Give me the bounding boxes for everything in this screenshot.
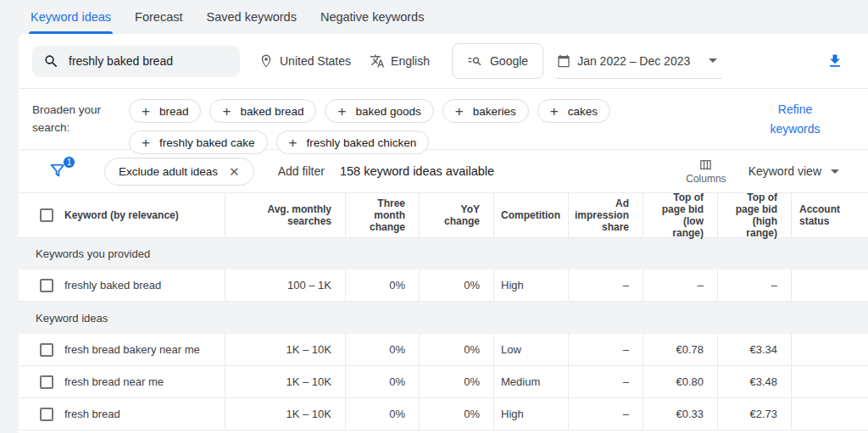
keyword-cell: fresh bread (64, 408, 120, 420)
header-avg-monthly-searches[interactable]: Avg. monthly searches (225, 193, 345, 237)
yoy-change-cell: 0% (419, 334, 493, 365)
dropdown-arrow-icon (709, 58, 717, 63)
ad-impression-share-cell: – (568, 334, 643, 365)
ad-impression-share-cell: – (568, 398, 643, 430)
header-label: Keyword (by relevance) (64, 209, 179, 221)
plus-icon: + (550, 104, 559, 119)
broaden-chip-baked-goods[interactable]: +baked goods (325, 99, 433, 123)
translate-icon (370, 53, 385, 69)
ad-impression-share-cell: – (568, 366, 643, 397)
filter-count-badge: 1 (63, 156, 75, 169)
view-selector-label: Keyword view (748, 164, 821, 178)
plus-icon: + (142, 136, 150, 150)
keyword-cell: freshly baked bread (64, 279, 161, 291)
header-three-month-change[interactable]: Three month change (345, 193, 419, 237)
tab-saved-keywords[interactable]: Saved keywords (195, 0, 309, 34)
add-filter-button[interactable]: Add filter (278, 164, 325, 178)
chip-label: freshly baked cake (159, 136, 255, 149)
competition-cell: High (493, 398, 568, 430)
avg-monthly-searches-cell: 100 – 1K (225, 269, 345, 301)
header-competition[interactable]: Competition (493, 193, 568, 237)
columns-label: Columns (686, 173, 726, 185)
results-count-text: 158 keyword ideas available (340, 164, 494, 178)
header-top-bid-high[interactable]: Top of page bid (high range) (717, 193, 791, 237)
search-value: freshly baked bread (69, 54, 173, 68)
date-range-value: Jan 2022 – Dec 2023 (577, 54, 690, 68)
row-checkbox[interactable] (40, 408, 53, 421)
header-ad-impression-share[interactable]: Ad impression share (568, 193, 643, 237)
tab-keyword-ideas[interactable]: Keyword ideas (19, 0, 123, 34)
select-all-checkbox[interactable] (40, 208, 53, 222)
search-icon (43, 53, 59, 69)
broaden-label: Broaden your search: (32, 99, 115, 139)
download-button[interactable] (826, 53, 843, 69)
top-bid-high-cell: €3.34 (717, 334, 791, 365)
row-checkbox[interactable] (40, 279, 53, 292)
top-bid-low-cell: €0.80 (643, 366, 717, 397)
plus-icon: + (337, 104, 346, 119)
broaden-chip-freshly-baked-chicken[interactable]: +freshly baked chicken (276, 130, 430, 154)
table-row: fresh bread bakery near me 1K – 10K 0% 0… (19, 334, 868, 366)
columns-button[interactable]: Columns (686, 158, 726, 185)
top-bid-high-cell: €2.73 (717, 398, 791, 430)
header-yoy-change[interactable]: YoY change (419, 193, 493, 237)
chip-label: freshly baked chicken (306, 136, 416, 149)
table-row: freshly baked bread 100 – 1K 0% 0% High … (19, 269, 868, 302)
active-filter-chip[interactable]: Exclude adult ideas ✕ (104, 158, 254, 186)
top-bid-low-cell: – (643, 269, 717, 301)
broaden-chip-freshly-baked-cake[interactable]: +freshly baked cake (129, 130, 268, 154)
avg-monthly-searches-cell: 1K – 10K (225, 366, 345, 397)
plus-icon: + (142, 104, 150, 119)
broaden-chip-bread[interactable]: +bread (129, 99, 201, 123)
filter-funnel-button[interactable]: 1 (48, 161, 69, 181)
broaden-chip-bakeries[interactable]: +bakeries (442, 99, 529, 123)
search-toolbar: freshly baked bread United States Englis… (19, 34, 868, 89)
top-bid-high-cell: – (717, 269, 791, 301)
row-checkbox[interactable] (40, 343, 53, 357)
header-keyword[interactable]: Keyword (by relevance) (19, 193, 225, 237)
location-selector[interactable]: United States (259, 53, 351, 69)
tab-label: Forecast (135, 10, 182, 24)
tab-forecast[interactable]: Forecast (123, 0, 194, 34)
network-selector[interactable]: Google (452, 43, 543, 79)
three-month-change-cell: 0% (345, 398, 419, 430)
chip-label: baked bread (240, 105, 303, 118)
yoy-change-cell: 0% (419, 366, 493, 397)
filter-chip-label: Exclude adult ideas (119, 165, 218, 178)
broaden-chip-cakes[interactable]: +cakes (537, 99, 610, 123)
chip-label: baked goods (355, 105, 420, 118)
broaden-chip-baked-bread[interactable]: +baked bread (209, 99, 316, 123)
header-account-status[interactable]: Account status (791, 193, 868, 237)
filter-bar: 1 Exclude adult ideas ✕ Add filter 158 k… (19, 150, 868, 193)
top-bid-high-cell: €3.48 (717, 366, 791, 397)
tab-negative-keywords[interactable]: Negative keywords (309, 0, 437, 34)
broaden-chips: +bread +baked bread +baked goods +bakeri… (129, 99, 678, 139)
plus-icon: + (222, 104, 231, 119)
close-icon[interactable]: ✕ (229, 165, 240, 178)
tab-label: Keyword ideas (31, 10, 111, 24)
plus-icon: + (289, 136, 298, 150)
refine-keywords-link[interactable]: Refine keywords (761, 100, 829, 138)
account-status-cell (791, 334, 868, 365)
network-value: Google (490, 54, 528, 68)
keyword-search-input[interactable]: freshly baked bread (32, 46, 240, 77)
chip-label: cakes (568, 105, 598, 118)
ad-impression-share-cell: – (568, 269, 643, 301)
header-top-bid-low[interactable]: Top of page bid (low range) (643, 193, 717, 237)
avg-monthly-searches-cell: 1K – 10K (225, 334, 345, 365)
keyword-view-selector[interactable]: Keyword view (748, 164, 839, 178)
top-bid-low-cell: €0.33 (643, 398, 717, 430)
language-selector[interactable]: English (370, 53, 430, 69)
three-month-change-cell: 0% (345, 334, 419, 365)
search-network-icon (467, 53, 482, 69)
yoy-change-cell: 0% (419, 269, 493, 301)
keyword-ideas-card: freshly baked bread United States Englis… (19, 34, 868, 433)
account-status-cell (791, 366, 868, 397)
keyword-cell: fresh bread near me (64, 375, 164, 388)
date-range-selector[interactable]: Jan 2022 – Dec 2023 (555, 43, 722, 79)
chip-label: bread (159, 105, 189, 118)
section-keywords-you-provided: Keywords you provided (19, 238, 868, 269)
calendar-icon (557, 54, 570, 68)
row-checkbox[interactable] (40, 375, 53, 389)
dropdown-arrow-icon (831, 169, 839, 174)
